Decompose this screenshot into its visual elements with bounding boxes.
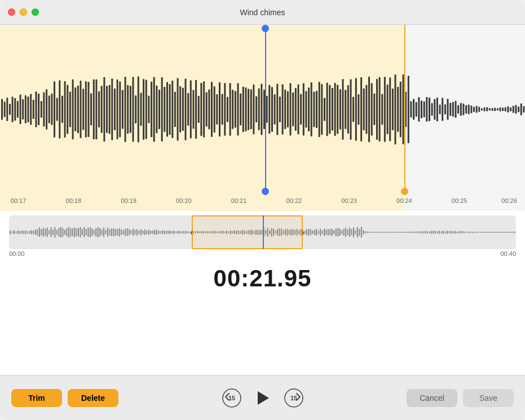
svg-rect-149 xyxy=(392,89,394,130)
svg-rect-218 xyxy=(45,229,46,236)
svg-rect-190 xyxy=(500,107,501,111)
svg-rect-399 xyxy=(398,232,399,233)
svg-rect-412 xyxy=(423,231,425,233)
svg-rect-408 xyxy=(416,232,417,233)
svg-rect-360 xyxy=(322,231,323,234)
svg-rect-417 xyxy=(433,231,434,234)
mini-handle-left[interactable]: ‹ xyxy=(186,226,197,238)
svg-rect-47 xyxy=(125,77,126,142)
svg-rect-376 xyxy=(353,227,354,237)
trim-marker-line[interactable] xyxy=(404,25,405,194)
svg-rect-187 xyxy=(492,108,493,110)
time-label-3: 00:20 xyxy=(176,197,192,204)
svg-rect-201 xyxy=(12,231,13,233)
svg-rect-77 xyxy=(203,81,205,138)
svg-rect-181 xyxy=(476,106,478,113)
svg-rect-287 xyxy=(179,231,180,233)
bottom-right-controls: Cancel Save xyxy=(407,389,514,407)
play-icon xyxy=(258,391,269,405)
mini-time-start: 00:00 xyxy=(9,250,25,257)
svg-rect-373 xyxy=(347,229,348,235)
forward-button[interactable]: 15 xyxy=(284,388,304,408)
svg-rect-81 xyxy=(214,86,215,132)
svg-rect-374 xyxy=(349,228,350,237)
svg-rect-220 xyxy=(48,230,50,235)
svg-rect-135 xyxy=(355,78,357,140)
mini-selection-region[interactable] xyxy=(192,215,303,249)
svg-rect-421 xyxy=(441,231,442,233)
svg-rect-32 xyxy=(85,81,87,138)
svg-rect-140 xyxy=(368,77,370,143)
svg-rect-185 xyxy=(486,107,488,111)
svg-rect-78 xyxy=(206,92,208,126)
svg-rect-59 xyxy=(156,86,157,134)
svg-rect-445 xyxy=(488,232,489,233)
svg-rect-217 xyxy=(43,228,44,236)
svg-rect-191 xyxy=(502,108,504,111)
svg-rect-386 xyxy=(373,232,374,233)
current-time-display: 00:21.95 xyxy=(0,259,525,295)
svg-rect-115 xyxy=(303,83,305,135)
play-button[interactable] xyxy=(252,387,273,409)
svg-rect-261 xyxy=(129,229,130,236)
time-label-6: 00:23 xyxy=(341,197,357,204)
svg-rect-410 xyxy=(420,231,421,233)
svg-rect-17 xyxy=(46,89,47,129)
svg-rect-151 xyxy=(397,87,399,132)
cancel-button[interactable]: Cancel xyxy=(407,389,457,407)
playhead-line[interactable] xyxy=(265,25,266,194)
svg-rect-395 xyxy=(390,232,391,233)
svg-rect-251 xyxy=(109,229,111,236)
svg-rect-1 xyxy=(4,101,6,117)
waveform-visualization xyxy=(0,25,525,194)
mini-playhead[interactable] xyxy=(263,215,264,249)
svg-rect-42 xyxy=(111,78,113,140)
svg-rect-233 xyxy=(74,227,75,237)
svg-rect-241 xyxy=(90,227,91,237)
svg-rect-397 xyxy=(394,232,395,233)
svg-rect-425 xyxy=(449,231,450,233)
svg-rect-452 xyxy=(501,232,502,233)
trim-marker-handle[interactable] xyxy=(401,188,408,195)
svg-rect-231 xyxy=(70,228,71,237)
waveform-area[interactable]: 00:17 00:18 00:19 00:20 00:21 00:22 00:2… xyxy=(0,25,525,211)
bottom-center-controls: 15 15 xyxy=(222,387,304,409)
svg-rect-416 xyxy=(431,231,432,233)
svg-rect-263 xyxy=(133,229,134,236)
svg-rect-44 xyxy=(117,79,118,139)
rewind-icon: 15 xyxy=(222,388,242,408)
svg-rect-382 xyxy=(365,231,366,233)
time-label-8: 00:25 xyxy=(452,197,467,204)
svg-rect-180 xyxy=(473,107,475,112)
svg-rect-111 xyxy=(292,92,294,126)
svg-rect-227 xyxy=(62,228,63,236)
svg-rect-224 xyxy=(56,230,58,235)
svg-rect-428 xyxy=(455,231,456,234)
bottom-bar: Trim Delete 15 15 xyxy=(0,375,525,420)
time-label-0: 00:17 xyxy=(11,197,27,204)
svg-rect-273 xyxy=(152,231,153,234)
svg-rect-41 xyxy=(109,85,111,134)
svg-rect-252 xyxy=(111,228,112,236)
svg-rect-257 xyxy=(121,229,122,235)
mini-waveform-container[interactable]: ‹ › xyxy=(9,215,516,249)
svg-rect-169 xyxy=(444,104,446,114)
svg-rect-18 xyxy=(48,95,50,123)
delete-button[interactable]: Delete xyxy=(68,389,118,407)
maximize-button[interactable] xyxy=(32,8,39,16)
save-button[interactable]: Save xyxy=(463,389,514,407)
svg-rect-33 xyxy=(88,82,90,137)
rewind-button[interactable]: 15 xyxy=(222,388,242,408)
svg-rect-259 xyxy=(125,229,126,236)
svg-rect-451 xyxy=(500,232,501,233)
svg-rect-458 xyxy=(513,232,514,233)
svg-rect-22 xyxy=(59,81,60,139)
mini-handle-right[interactable]: › xyxy=(297,226,308,238)
svg-rect-175 xyxy=(460,103,462,116)
svg-rect-107 xyxy=(282,85,284,135)
minimize-button[interactable] xyxy=(20,8,27,16)
svg-rect-4 xyxy=(12,96,14,122)
svg-rect-11 xyxy=(30,94,32,125)
close-button[interactable] xyxy=(8,8,15,16)
trim-button[interactable]: Trim xyxy=(11,389,62,407)
